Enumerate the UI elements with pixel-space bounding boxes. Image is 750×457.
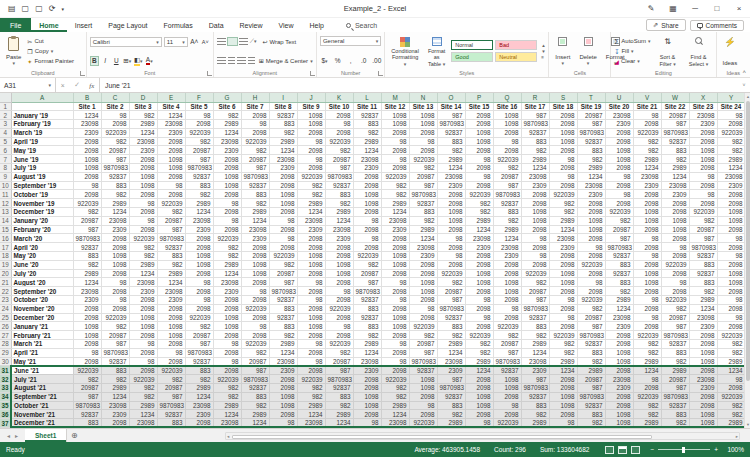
ribbon-tab-page-layout[interactable]: Page Layout — [100, 18, 155, 32]
grid-cell-A16[interactable]: March '20 — [11, 234, 73, 243]
grid-cell[interactable]: 883 — [605, 260, 633, 269]
grid-cell[interactable]: 2098 — [241, 331, 269, 340]
grid-cell[interactable]: 922039 — [129, 234, 157, 243]
grid-cell[interactable]: 2989 — [73, 269, 101, 278]
row-header-14[interactable]: 14 — [0, 216, 11, 225]
grid-cell[interactable]: 20987 — [409, 340, 437, 349]
grid-cell[interactable]: 922039 — [409, 322, 437, 331]
grid-cell-A2[interactable]: January '19 — [11, 111, 73, 120]
grid-cell[interactable]: 92837 — [353, 313, 381, 322]
grid-cell[interactable]: 2098 — [437, 199, 465, 208]
ribbon-tab-view[interactable]: View — [271, 18, 302, 32]
grid-cell[interactable]: 883 — [269, 322, 297, 331]
row-header-4[interactable]: 4 — [0, 128, 11, 137]
grid-cell[interactable]: 2309 — [437, 366, 465, 375]
grid-cell[interactable]: 1098 — [605, 155, 633, 164]
grid-cell[interactable]: 2098 — [717, 225, 744, 234]
grid-cell-A24[interactable]: November '20 — [11, 304, 73, 313]
grid-cell[interactable]: 2098 — [437, 190, 465, 199]
grid-cell[interactable]: 2098 — [269, 181, 297, 190]
grid-cell[interactable]: 2098 — [157, 357, 185, 366]
grid-cell[interactable]: 98 — [549, 296, 577, 305]
grid-cell[interactable]: 2098 — [157, 146, 185, 155]
grid-cell[interactable]: 2989 — [129, 120, 157, 129]
grid-cell[interactable]: 982 — [465, 199, 493, 208]
grid-cell[interactable]: 1098 — [297, 111, 325, 120]
grid-cell[interactable]: 2098 — [409, 146, 437, 155]
grid-cell[interactable]: 92837 — [577, 340, 605, 349]
grid-cell[interactable]: Site 19 — [577, 102, 605, 111]
grid-cell[interactable]: 982 — [129, 111, 157, 120]
grid-cell[interactable]: 2098 — [129, 331, 157, 340]
align-middle-icon[interactable] — [228, 38, 237, 45]
fill-color-button[interactable]: ◧▾ — [134, 56, 143, 66]
grid-cell-A28[interactable]: March '21 — [11, 340, 73, 349]
grid-cell[interactable]: 1098 — [493, 384, 521, 393]
grid-cell[interactable]: 2098 — [689, 331, 717, 340]
grid-cell[interactable]: 98 — [661, 243, 689, 252]
grid-cell[interactable]: 2098 — [465, 384, 493, 393]
grid-cell[interactable]: 1234 — [717, 366, 744, 375]
grid-cell[interactable]: 20987 — [661, 313, 689, 322]
grid-cell[interactable]: 9870983 — [493, 190, 521, 199]
grid-cell[interactable]: 1098 — [577, 216, 605, 225]
grid-cell[interactable]: 2098 — [353, 172, 381, 181]
grid-cell[interactable]: 2098 — [465, 287, 493, 296]
grid-cell[interactable]: 23098 — [73, 287, 101, 296]
grid-cell[interactable]: 1234 — [549, 366, 577, 375]
grid-cell[interactable]: 922039 — [185, 313, 213, 322]
grid-cell[interactable]: 2098 — [493, 296, 521, 305]
grid-cell[interactable]: 1098 — [409, 384, 437, 393]
grid-cell[interactable]: 1098 — [381, 313, 409, 322]
grid-cell[interactable]: 23098 — [605, 111, 633, 120]
grid-cell[interactable]: 98 — [381, 357, 409, 366]
grid-cell[interactable]: 98 — [633, 111, 661, 120]
grid-cell[interactable]: 92837 — [493, 199, 521, 208]
grid-cell[interactable]: 982 — [157, 208, 185, 217]
row-header-3[interactable]: 3 — [0, 120, 11, 129]
grid-cell[interactable]: 987 — [437, 375, 465, 384]
grid-cell[interactable]: 922039 — [325, 137, 353, 146]
grid-cell[interactable]: 23098 — [577, 181, 605, 190]
grid-cell[interactable]: 883 — [157, 252, 185, 261]
column-header-H[interactable]: H — [241, 93, 269, 102]
grid-cell[interactable]: 922039 — [297, 172, 325, 181]
column-header-S[interactable]: S — [549, 93, 577, 102]
grid-cell[interactable]: 883 — [185, 181, 213, 190]
grid-cell[interactable]: 1098 — [549, 128, 577, 137]
grid-cell[interactable]: 982 — [717, 348, 744, 357]
grid-cell[interactable]: 2989 — [689, 296, 717, 305]
grid-cell[interactable]: 98 — [465, 313, 493, 322]
grid-cell[interactable]: 23098 — [185, 216, 213, 225]
scroll-down-icon[interactable]: ▼ — [745, 421, 750, 428]
grid-cell[interactable]: 1098 — [661, 225, 689, 234]
grid-cell[interactable]: 1098 — [521, 208, 549, 217]
grid-cell[interactable]: 2098 — [437, 260, 465, 269]
grid-cell[interactable]: 1234 — [185, 392, 213, 401]
grid-cell[interactable]: 98 — [605, 190, 633, 199]
grid-cell[interactable]: 92837 — [101, 357, 129, 366]
grid-cell[interactable]: 982 — [381, 392, 409, 401]
grid-cell[interactable]: 982 — [213, 384, 241, 393]
grid-cell[interactable]: 982 — [101, 190, 129, 199]
grid-cell[interactable]: 982 — [661, 155, 689, 164]
grid-cell[interactable]: 2098 — [577, 252, 605, 261]
collapse-ribbon-icon[interactable]: ˄ — [742, 69, 746, 75]
grid-cell[interactable]: 9870983 — [521, 120, 549, 129]
gallery-down-icon[interactable]: ▼ — [541, 49, 545, 54]
shrink-font-button[interactable]: A˅ — [201, 37, 210, 47]
grid-cell[interactable]: 2098 — [549, 287, 577, 296]
grid-cell[interactable]: 98 — [185, 278, 213, 287]
grid-cell[interactable]: 1234 — [409, 234, 437, 243]
grid-cell[interactable]: 98 — [241, 322, 269, 331]
grid-cell[interactable]: 92837 — [689, 269, 717, 278]
grid-cell[interactable]: 883 — [437, 322, 465, 331]
grid-cell[interactable]: 922039 — [241, 137, 269, 146]
grid-cell[interactable]: 2989 — [549, 357, 577, 366]
grid-cell[interactable]: 2098 — [297, 146, 325, 155]
grid-cell[interactable]: 2989 — [241, 410, 269, 419]
grid-cell-A11[interactable]: October '19 — [11, 190, 73, 199]
grid-cell[interactable]: 1098 — [549, 278, 577, 287]
grid-cell[interactable]: 2098 — [661, 252, 689, 261]
font-color-button[interactable]: A▾ — [145, 56, 154, 66]
